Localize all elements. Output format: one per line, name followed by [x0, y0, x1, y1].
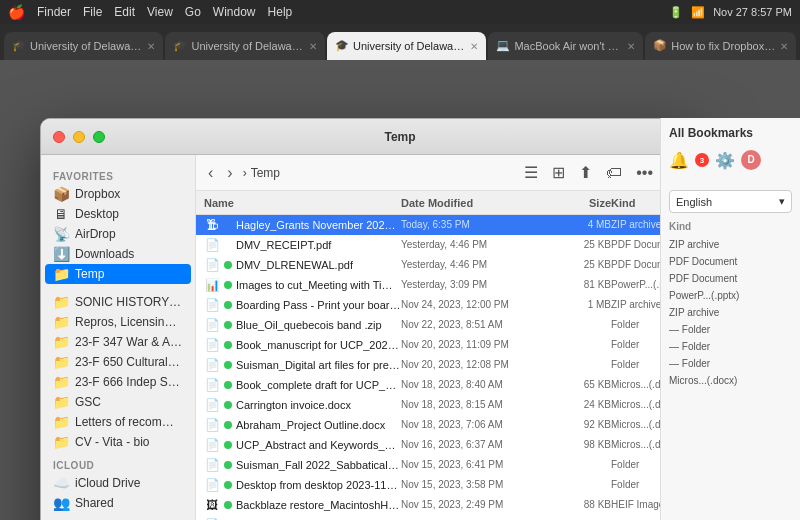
file-row[interactable]: 🖼 Backblaze restore_MacintoshHD_2023-11-…: [196, 495, 699, 515]
tab-2[interactable]: 🎓 University of Delaware C... ✕: [165, 32, 324, 60]
menu-go[interactable]: Go: [185, 5, 201, 19]
tab-3-close[interactable]: ✕: [470, 41, 478, 52]
avatar-icon[interactable]: D: [741, 150, 761, 170]
minimize-button[interactable]: [73, 131, 85, 143]
sync-indicator: [224, 261, 232, 269]
sidebar-item-23f666[interactable]: 📁 23-F 666 Indep Stud...: [45, 372, 191, 392]
view-grid-button[interactable]: ⊞: [548, 161, 569, 184]
file-row[interactable]: 📄 DMV_DLRENEWAL.pdf Yesterday, 4:46 PM 2…: [196, 255, 699, 275]
sidebar-item-label: 23-F 347 War & Am S...: [75, 335, 183, 349]
sidebar-item-label: Repros, Licensing, an...: [75, 315, 183, 329]
back-button[interactable]: ‹: [204, 162, 217, 184]
file-row[interactable]: 📄 Blue_Oil_quebecois band .zip Nov 22, 2…: [196, 315, 699, 335]
kind-pdf1: PDF Document: [669, 253, 792, 270]
file-row[interactable]: 🗜 Hagley_Grants November 2023.zip Today,…: [196, 215, 699, 235]
menu-file[interactable]: File: [83, 5, 102, 19]
file-type-icon: 📄: [204, 397, 220, 413]
sidebar-item-downloads[interactable]: ⬇️ Downloads: [45, 244, 191, 264]
tab-1[interactable]: 🎓 University of Delaware C... ✕: [4, 32, 163, 60]
sidebar-item-desktop[interactable]: 🖥 Desktop: [45, 204, 191, 224]
sidebar-item-label: Shared: [75, 496, 114, 510]
tab-5-favicon: 📦: [653, 39, 667, 53]
file-row[interactable]: 📄 Parkes_Prospectus v.3.3 Short SUISMAN …: [196, 515, 699, 520]
maximize-button[interactable]: [93, 131, 105, 143]
file-name: Images to cut_Meeting with Tim 2023-11-1…: [236, 279, 401, 291]
airdrop-icon: 📡: [53, 226, 69, 242]
file-size: 65 KB: [551, 379, 611, 390]
tab-3[interactable]: 🎓 University of Delaware C... ✕: [327, 32, 486, 60]
sidebar-item-dropbox[interactable]: 📦 Dropbox: [45, 184, 191, 204]
bell-icon[interactable]: 🔔: [669, 151, 689, 170]
file-name: DMV_DLRENEWAL.pdf: [236, 259, 401, 271]
sidebar-item-cv[interactable]: 📁 CV - Vita - bio: [45, 432, 191, 452]
file-row[interactable]: 📄 Carrington invoice.docx Nov 18, 2023, …: [196, 395, 699, 415]
finder-titlebar: Temp: [41, 119, 699, 155]
sidebar-item-icloud-drive[interactable]: ☁️ iCloud Drive: [45, 473, 191, 493]
tab-5-close[interactable]: ✕: [780, 41, 788, 52]
file-row[interactable]: 📄 Suisman_Digital art files for press RE…: [196, 355, 699, 375]
file-row[interactable]: 📄 Boarding Pass - Print your boarding pa…: [196, 295, 699, 315]
tag-button[interactable]: 🏷: [602, 162, 626, 184]
close-button[interactable]: [53, 131, 65, 143]
file-type-icon: 🖼: [204, 497, 220, 513]
kind-docx: Micros...(.docx): [669, 372, 792, 389]
file-row[interactable]: 📄 Book_complete draft for UCP_2023-05-18…: [196, 375, 699, 395]
sidebar-item-23f347[interactable]: 📁 23-F 347 War & Am S...: [45, 332, 191, 352]
file-size: 81 KB: [551, 279, 611, 290]
file-row[interactable]: 📄 UCP_Abstract and Keywords_Portal_Autho…: [196, 435, 699, 455]
tab-1-label: University of Delaware C...: [30, 40, 143, 52]
kind-folder1: — Folder: [669, 321, 792, 338]
file-modified: Nov 18, 2023, 8:40 AM: [401, 379, 551, 390]
battery-icon: 🔋: [669, 6, 683, 19]
sidebar-item-letters[interactable]: 📁 Letters of recommend...: [45, 412, 191, 432]
sync-indicator: [224, 441, 232, 449]
sidebar-item-23f650[interactable]: 📁 23-F 650 Cultural His...: [45, 352, 191, 372]
menu-view[interactable]: View: [147, 5, 173, 19]
settings-icon[interactable]: ⚙️: [715, 151, 735, 170]
file-row[interactable]: 📄 Desktop from desktop 2023-11-15 Nov 15…: [196, 475, 699, 495]
sidebar-item-label: GSC: [75, 395, 101, 409]
sidebar-item-sonic[interactable]: 📁 SONIC HISTORY OF...: [45, 292, 191, 312]
kind-zip: ZIP archive: [669, 236, 792, 253]
sidebar-item-shared[interactable]: 👥 Shared: [45, 493, 191, 513]
file-modified: Nov 15, 2023, 2:49 PM: [401, 499, 551, 510]
forward-button[interactable]: ›: [223, 162, 236, 184]
tab-5[interactable]: 📦 How to fix Dropbox not... ✕: [645, 32, 796, 60]
sidebar-item-airdrop[interactable]: 📡 AirDrop: [45, 224, 191, 244]
share-button[interactable]: ⬆: [575, 161, 596, 184]
file-type-icon: 📄: [204, 317, 220, 333]
file-type-icon: 📄: [204, 257, 220, 273]
menu-edit[interactable]: Edit: [114, 5, 135, 19]
col-size-header[interactable]: Size: [551, 197, 611, 209]
file-size: 92 KB: [551, 419, 611, 430]
language-label: English: [676, 196, 712, 208]
sync-indicator: [224, 361, 232, 369]
file-row[interactable]: 📄 Suisman_Fall 2022_Sabbatical report No…: [196, 455, 699, 475]
col-name-header[interactable]: Name: [204, 197, 401, 209]
tab-4-close[interactable]: ✕: [627, 41, 635, 52]
file-type-icon: 📄: [204, 237, 220, 253]
file-row[interactable]: 📄 DMV_RECEIPT.pdf Yesterday, 4:46 PM 25 …: [196, 235, 699, 255]
tab-1-close[interactable]: ✕: [147, 41, 155, 52]
file-type-icon: 📄: [204, 297, 220, 313]
more-button[interactable]: •••: [632, 162, 657, 184]
desktop-icon: 🖥: [53, 206, 69, 222]
language-dropdown[interactable]: English ▾: [669, 190, 792, 213]
file-row[interactable]: 📄 Abraham_Project Outline.docx Nov 18, 2…: [196, 415, 699, 435]
sidebar-item-temp[interactable]: 📁 Temp: [45, 264, 191, 284]
sidebar-item-gsc[interactable]: 📁 GSC: [45, 392, 191, 412]
file-row[interactable]: 📄 Book_manuscript for UCP_2023-11-13 Nov…: [196, 335, 699, 355]
view-list-button[interactable]: ☰: [520, 161, 542, 184]
sidebar-item-label: CV - Vita - bio: [75, 435, 149, 449]
tab-4[interactable]: 💻 MacBook Air won't sync... ✕: [488, 32, 643, 60]
file-row[interactable]: 📊 Images to cut_Meeting with Tim 2023-11…: [196, 275, 699, 295]
menu-help[interactable]: Help: [268, 5, 293, 19]
sidebar-item-repros[interactable]: 📁 Repros, Licensing, an...: [45, 312, 191, 332]
menu-window[interactable]: Window: [213, 5, 256, 19]
col-modified-header[interactable]: Date Modified: [401, 197, 551, 209]
apple-menu[interactable]: 🍎: [8, 4, 25, 20]
tab-2-close[interactable]: ✕: [309, 41, 317, 52]
file-type-icon: 📄: [204, 457, 220, 473]
dropbox-icon: 📦: [53, 186, 69, 202]
app-name: Finder: [37, 5, 71, 19]
